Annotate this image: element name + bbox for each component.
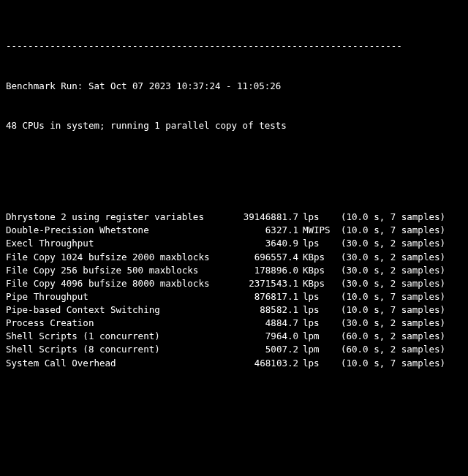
test-value: 696557.4	[225, 251, 298, 264]
test-unit: lps	[298, 237, 333, 250]
test-paren: (30.0 s, 2 samples)	[333, 264, 455, 277]
test-name: File Copy 1024 bufsize 2000 maxblocks	[6, 251, 225, 264]
test-value: 876817.1	[225, 290, 298, 303]
test-value: 39146881.7	[225, 211, 298, 224]
result-row: Shell Scripts (8 concurrent)5007.2lpm(60…	[6, 343, 462, 356]
test-value: 468103.2	[225, 357, 298, 370]
test-unit: MWIPS	[298, 224, 333, 237]
test-paren: (10.0 s, 7 samples)	[333, 211, 455, 224]
test-paren: (10.0 s, 7 samples)	[333, 290, 455, 303]
result-row: Pipe-based Context Switching88582.1lps(1…	[6, 303, 462, 317]
test-unit: lps	[298, 290, 333, 303]
test-value: 5007.2	[225, 343, 298, 356]
test-unit: lps	[298, 211, 333, 224]
test-paren: (30.0 s, 2 samples)	[333, 277, 455, 290]
test-unit: KBps	[298, 251, 333, 264]
test-value: 6327.1	[225, 224, 298, 237]
result-row: System Call Overhead468103.2lps(10.0 s, …	[6, 357, 462, 370]
result-row: Execl Throughput3640.9lps(30.0 s, 2 samp…	[6, 237, 462, 250]
test-paren: (60.0 s, 2 samples)	[333, 330, 455, 343]
test-name: File Copy 4096 bufsize 8000 maxblocks	[6, 277, 225, 290]
test-value: 7964.0	[225, 330, 298, 343]
blank-line	[6, 409, 462, 421]
result-row: File Copy 4096 bufsize 8000 maxblocks237…	[6, 277, 462, 290]
test-unit: lpm	[298, 330, 333, 343]
test-unit: lpm	[298, 343, 333, 356]
blank-line	[6, 159, 462, 171]
results-block-1: Dhrystone 2 using register variables3914…	[6, 211, 462, 370]
test-name: Double-Precision Whetstone	[6, 224, 225, 237]
test-unit: KBps	[298, 277, 333, 290]
test-name: Shell Scripts (1 concurrent)	[6, 330, 225, 343]
test-unit: KBps	[298, 264, 333, 277]
result-row: Pipe Throughput876817.1lps(10.0 s, 7 sam…	[6, 290, 462, 303]
test-name: Pipe Throughput	[6, 290, 225, 303]
test-name: Pipe-based Context Switching	[6, 303, 225, 317]
test-value: 2371543.1	[225, 277, 298, 290]
result-row: Shell Scripts (1 concurrent)7964.0lpm(60…	[6, 330, 462, 343]
test-paren: (60.0 s, 2 samples)	[333, 343, 455, 356]
result-row: Double-Precision Whetstone6327.1MWIPS(10…	[6, 224, 462, 237]
test-unit: lps	[298, 303, 333, 317]
test-paren: (10.0 s, 7 samples)	[333, 303, 455, 317]
test-name: Dhrystone 2 using register variables	[6, 211, 225, 224]
test-name: Execl Throughput	[6, 237, 225, 250]
result-row: Dhrystone 2 using register variables3914…	[6, 211, 462, 224]
test-paren: (30.0 s, 2 samples)	[333, 237, 455, 250]
test-unit: lps	[298, 357, 333, 370]
run1-header: Benchmark Run: Sat Oct 07 2023 10:37:24 …	[6, 80, 462, 93]
test-name: System Call Overhead	[6, 357, 225, 370]
result-row: Process Creation4884.7lps(30.0 s, 2 samp…	[6, 317, 462, 330]
test-value: 4884.7	[225, 317, 298, 330]
terminal-output: ----------------------------------------…	[0, 0, 468, 476]
run1-sub: 48 CPUs in system; running 1 parallel co…	[6, 119, 462, 132]
test-unit: lps	[298, 317, 333, 330]
test-paren: (30.0 s, 2 samples)	[333, 317, 455, 330]
test-paren: (10.0 s, 7 samples)	[333, 224, 455, 237]
test-paren: (10.0 s, 7 samples)	[333, 357, 455, 370]
index-header-row: System Benchmarks Index ValuesBASELINERE…	[6, 461, 462, 476]
test-name: Shell Scripts (8 concurrent)	[6, 343, 225, 356]
test-value: 178896.0	[225, 264, 298, 277]
test-value: 88582.1	[225, 303, 298, 317]
result-row: File Copy 1024 bufsize 2000 maxblocks696…	[6, 251, 462, 264]
test-paren: (30.0 s, 2 samples)	[333, 251, 455, 264]
test-name: File Copy 256 bufsize 500 maxblocks	[6, 264, 225, 277]
test-name: Process Creation	[6, 317, 225, 330]
result-row: File Copy 256 bufsize 500 maxblocks17889…	[6, 264, 462, 277]
divider-top: ----------------------------------------…	[6, 39, 462, 53]
test-value: 3640.9	[225, 237, 298, 250]
